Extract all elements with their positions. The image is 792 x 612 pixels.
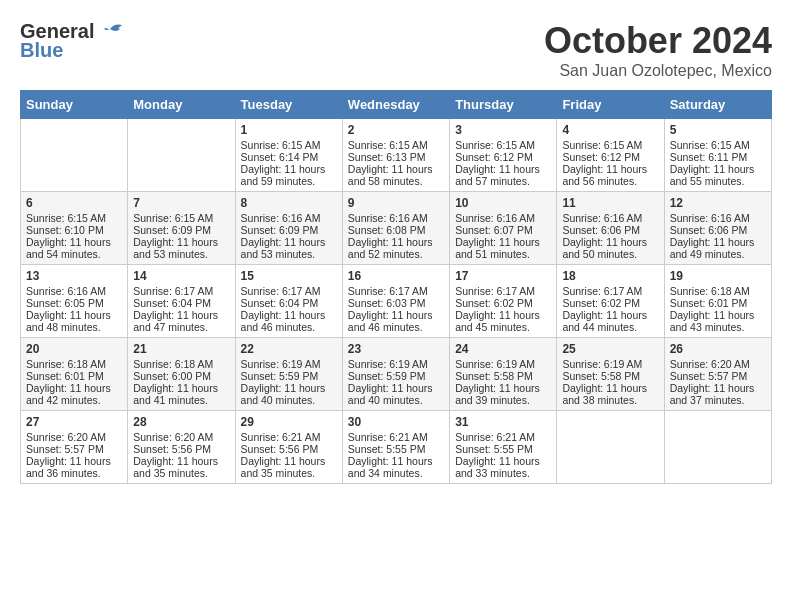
calendar-cell: 26Sunrise: 6:20 AMSunset: 5:57 PMDayligh… xyxy=(664,338,771,411)
day-number: 23 xyxy=(348,342,444,356)
sunrise-text: Sunrise: 6:18 AM xyxy=(133,358,213,370)
calendar-cell: 22Sunrise: 6:19 AMSunset: 5:59 PMDayligh… xyxy=(235,338,342,411)
daylight-text: Daylight: 11 hours and 42 minutes. xyxy=(26,382,111,406)
sunset-text: Sunset: 6:09 PM xyxy=(241,224,319,236)
sunrise-text: Sunrise: 6:17 AM xyxy=(455,285,535,297)
day-number: 26 xyxy=(670,342,766,356)
header-day-friday: Friday xyxy=(557,91,664,119)
daylight-text: Daylight: 11 hours and 38 minutes. xyxy=(562,382,647,406)
sunset-text: Sunset: 6:02 PM xyxy=(562,297,640,309)
day-number: 2 xyxy=(348,123,444,137)
day-number: 7 xyxy=(133,196,229,210)
sunset-text: Sunset: 6:01 PM xyxy=(26,370,104,382)
sunset-text: Sunset: 6:06 PM xyxy=(670,224,748,236)
calendar-cell: 1Sunrise: 6:15 AMSunset: 6:14 PMDaylight… xyxy=(235,119,342,192)
daylight-text: Daylight: 11 hours and 35 minutes. xyxy=(133,455,218,479)
daylight-text: Daylight: 11 hours and 37 minutes. xyxy=(670,382,755,406)
day-number: 5 xyxy=(670,123,766,137)
sunrise-text: Sunrise: 6:20 AM xyxy=(133,431,213,443)
day-number: 21 xyxy=(133,342,229,356)
day-number: 10 xyxy=(455,196,551,210)
calendar-cell: 13Sunrise: 6:16 AMSunset: 6:05 PMDayligh… xyxy=(21,265,128,338)
calendar-cell: 16Sunrise: 6:17 AMSunset: 6:03 PMDayligh… xyxy=(342,265,449,338)
header-day-monday: Monday xyxy=(128,91,235,119)
sunset-text: Sunset: 6:10 PM xyxy=(26,224,104,236)
daylight-text: Daylight: 11 hours and 57 minutes. xyxy=(455,163,540,187)
daylight-text: Daylight: 11 hours and 40 minutes. xyxy=(348,382,433,406)
sunset-text: Sunset: 6:04 PM xyxy=(133,297,211,309)
sunrise-text: Sunrise: 6:15 AM xyxy=(133,212,213,224)
sunset-text: Sunset: 6:00 PM xyxy=(133,370,211,382)
calendar-cell: 5Sunrise: 6:15 AMSunset: 6:11 PMDaylight… xyxy=(664,119,771,192)
calendar-cell: 31Sunrise: 6:21 AMSunset: 5:55 PMDayligh… xyxy=(450,411,557,484)
day-number: 15 xyxy=(241,269,337,283)
daylight-text: Daylight: 11 hours and 48 minutes. xyxy=(26,309,111,333)
daylight-text: Daylight: 11 hours and 58 minutes. xyxy=(348,163,433,187)
sunrise-text: Sunrise: 6:15 AM xyxy=(348,139,428,151)
sunrise-text: Sunrise: 6:16 AM xyxy=(455,212,535,224)
calendar-cell: 12Sunrise: 6:16 AMSunset: 6:06 PMDayligh… xyxy=(664,192,771,265)
day-number: 17 xyxy=(455,269,551,283)
header-day-sunday: Sunday xyxy=(21,91,128,119)
day-number: 25 xyxy=(562,342,658,356)
calendar-cell: 10Sunrise: 6:16 AMSunset: 6:07 PMDayligh… xyxy=(450,192,557,265)
calendar-cell: 15Sunrise: 6:17 AMSunset: 6:04 PMDayligh… xyxy=(235,265,342,338)
header-day-tuesday: Tuesday xyxy=(235,91,342,119)
calendar-cell: 18Sunrise: 6:17 AMSunset: 6:02 PMDayligh… xyxy=(557,265,664,338)
header-row: SundayMondayTuesdayWednesdayThursdayFrid… xyxy=(21,91,772,119)
day-number: 14 xyxy=(133,269,229,283)
sunset-text: Sunset: 6:05 PM xyxy=(26,297,104,309)
sunrise-text: Sunrise: 6:15 AM xyxy=(241,139,321,151)
sunset-text: Sunset: 6:14 PM xyxy=(241,151,319,163)
sunrise-text: Sunrise: 6:19 AM xyxy=(241,358,321,370)
sunrise-text: Sunrise: 6:17 AM xyxy=(133,285,213,297)
sunset-text: Sunset: 6:11 PM xyxy=(670,151,748,163)
daylight-text: Daylight: 11 hours and 50 minutes. xyxy=(562,236,647,260)
calendar-cell: 2Sunrise: 6:15 AMSunset: 6:13 PMDaylight… xyxy=(342,119,449,192)
day-number: 6 xyxy=(26,196,122,210)
calendar-cell: 21Sunrise: 6:18 AMSunset: 6:00 PMDayligh… xyxy=(128,338,235,411)
sunset-text: Sunset: 6:07 PM xyxy=(455,224,533,236)
day-number: 8 xyxy=(241,196,337,210)
day-number: 4 xyxy=(562,123,658,137)
calendar-cell: 30Sunrise: 6:21 AMSunset: 5:55 PMDayligh… xyxy=(342,411,449,484)
sunrise-text: Sunrise: 6:17 AM xyxy=(241,285,321,297)
calendar-cell: 4Sunrise: 6:15 AMSunset: 6:12 PMDaylight… xyxy=(557,119,664,192)
sunset-text: Sunset: 5:59 PM xyxy=(348,370,426,382)
sunset-text: Sunset: 6:12 PM xyxy=(455,151,533,163)
week-row-4: 20Sunrise: 6:18 AMSunset: 6:01 PMDayligh… xyxy=(21,338,772,411)
daylight-text: Daylight: 11 hours and 53 minutes. xyxy=(133,236,218,260)
sunrise-text: Sunrise: 6:19 AM xyxy=(562,358,642,370)
sunrise-text: Sunrise: 6:17 AM xyxy=(562,285,642,297)
sunrise-text: Sunrise: 6:15 AM xyxy=(670,139,750,151)
day-number: 19 xyxy=(670,269,766,283)
calendar-cell: 9Sunrise: 6:16 AMSunset: 6:08 PMDaylight… xyxy=(342,192,449,265)
day-number: 30 xyxy=(348,415,444,429)
daylight-text: Daylight: 11 hours and 41 minutes. xyxy=(133,382,218,406)
daylight-text: Daylight: 11 hours and 45 minutes. xyxy=(455,309,540,333)
daylight-text: Daylight: 11 hours and 47 minutes. xyxy=(133,309,218,333)
day-number: 29 xyxy=(241,415,337,429)
calendar-cell: 14Sunrise: 6:17 AMSunset: 6:04 PMDayligh… xyxy=(128,265,235,338)
day-number: 13 xyxy=(26,269,122,283)
daylight-text: Daylight: 11 hours and 44 minutes. xyxy=(562,309,647,333)
page-header: General Blue October 2024 San Juan Ozolo… xyxy=(20,20,772,80)
sunset-text: Sunset: 5:55 PM xyxy=(455,443,533,455)
sunset-text: Sunset: 6:01 PM xyxy=(670,297,748,309)
daylight-text: Daylight: 11 hours and 51 minutes. xyxy=(455,236,540,260)
daylight-text: Daylight: 11 hours and 52 minutes. xyxy=(348,236,433,260)
week-row-1: 1Sunrise: 6:15 AMSunset: 6:14 PMDaylight… xyxy=(21,119,772,192)
week-row-2: 6Sunrise: 6:15 AMSunset: 6:10 PMDaylight… xyxy=(21,192,772,265)
calendar-cell: 3Sunrise: 6:15 AMSunset: 6:12 PMDaylight… xyxy=(450,119,557,192)
day-number: 12 xyxy=(670,196,766,210)
calendar-table: SundayMondayTuesdayWednesdayThursdayFrid… xyxy=(20,90,772,484)
logo-bird-icon xyxy=(96,21,124,43)
sunset-text: Sunset: 6:02 PM xyxy=(455,297,533,309)
day-number: 20 xyxy=(26,342,122,356)
week-row-3: 13Sunrise: 6:16 AMSunset: 6:05 PMDayligh… xyxy=(21,265,772,338)
sunset-text: Sunset: 5:59 PM xyxy=(241,370,319,382)
daylight-text: Daylight: 11 hours and 46 minutes. xyxy=(348,309,433,333)
sunrise-text: Sunrise: 6:21 AM xyxy=(348,431,428,443)
sunrise-text: Sunrise: 6:18 AM xyxy=(26,358,106,370)
week-row-5: 27Sunrise: 6:20 AMSunset: 5:57 PMDayligh… xyxy=(21,411,772,484)
